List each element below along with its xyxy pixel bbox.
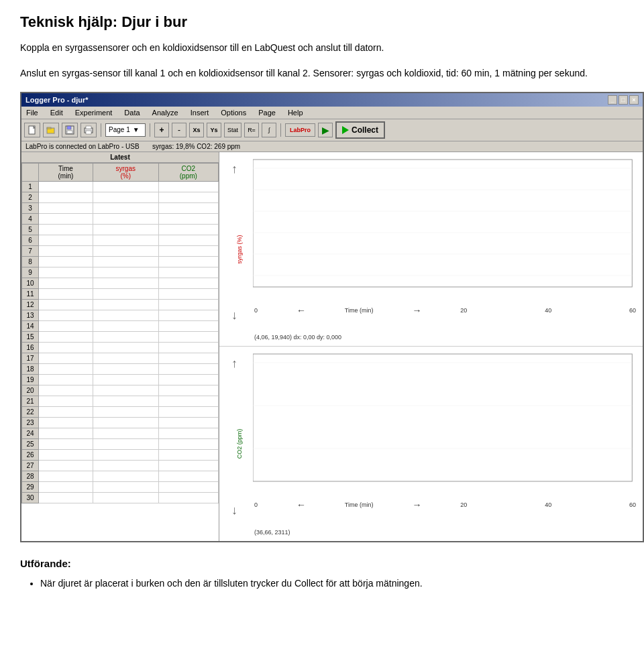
co2-cell bbox=[158, 374, 218, 385]
yscale-button[interactable]: Ys bbox=[207, 123, 221, 137]
menu-insert[interactable]: Insert bbox=[189, 108, 211, 117]
row-number: 19 bbox=[22, 374, 39, 385]
svg-rect-7 bbox=[86, 126, 91, 129]
close-button[interactable]: × bbox=[629, 95, 639, 105]
collect-button[interactable]: Collect bbox=[335, 121, 385, 139]
graph1-x-arrow-left-icon: ← bbox=[297, 305, 306, 316]
open-button[interactable] bbox=[43, 123, 59, 137]
menu-analyze[interactable]: Analyze bbox=[150, 108, 180, 117]
menu-data[interactable]: Data bbox=[122, 108, 142, 117]
co2-cell bbox=[158, 267, 218, 278]
zoom-out-button[interactable]: - bbox=[172, 123, 186, 137]
syrgas-cell bbox=[93, 267, 158, 278]
svg-rect-9 bbox=[253, 160, 632, 287]
table-row: 24 bbox=[22, 428, 219, 438]
row-number: 16 bbox=[22, 342, 39, 353]
sensor-reading: syrgas: 19,8% CO2: 269 ppm bbox=[152, 143, 240, 150]
syrgas-cell bbox=[93, 438, 158, 449]
window-title: Logger Pro - djur* bbox=[25, 96, 89, 104]
co2-cell bbox=[158, 353, 218, 363]
menu-help[interactable]: Help bbox=[286, 108, 305, 117]
table-row: 29 bbox=[22, 481, 219, 492]
table-row: 9 bbox=[22, 267, 219, 278]
graphs-area: syrgas (%) ↑ ↓ 20,0 19,8 19,6 19,4 19,2 … bbox=[219, 152, 643, 541]
time-cell bbox=[39, 192, 93, 202]
co2-cell bbox=[158, 460, 218, 471]
table-row: 5 bbox=[22, 224, 219, 235]
page-dropdown[interactable]: Page 1 ▼ bbox=[105, 123, 146, 137]
syrgas-cell bbox=[93, 471, 158, 481]
svg-rect-8 bbox=[86, 131, 91, 134]
time-cell bbox=[39, 417, 93, 428]
integral-button[interactable]: ∫ bbox=[262, 123, 276, 137]
syrgas-cell bbox=[93, 288, 158, 299]
labpro-icon: LabPro bbox=[290, 127, 311, 133]
co2-cell bbox=[158, 224, 218, 235]
table-row: 10 bbox=[22, 278, 219, 288]
status-bar: LabPro is connected on LabPro - USB syrg… bbox=[21, 141, 643, 152]
zoom-in-button[interactable]: + bbox=[154, 123, 169, 137]
row-number: 18 bbox=[22, 363, 39, 374]
new-icon bbox=[28, 125, 37, 135]
table-row: 21 bbox=[22, 396, 219, 406]
co2-cell bbox=[158, 192, 218, 202]
row-number: 8 bbox=[22, 256, 39, 267]
graph2-x-label: Time (min) bbox=[345, 501, 374, 508]
table-row: 26 bbox=[22, 449, 219, 460]
graph2-x-0: 0 bbox=[254, 501, 258, 508]
table-row: 15 bbox=[22, 331, 219, 342]
save-button[interactable] bbox=[62, 123, 78, 137]
row-number: 7 bbox=[22, 245, 39, 256]
time-cell bbox=[39, 460, 93, 471]
graph2-down-arrow-icon: ↓ bbox=[231, 503, 237, 518]
syrgas-cell bbox=[93, 192, 158, 202]
co2-cell bbox=[158, 492, 218, 503]
syrgas-cell bbox=[93, 353, 158, 363]
co2-cell bbox=[158, 331, 218, 342]
menu-experiment[interactable]: Experiment bbox=[73, 108, 115, 117]
svg-rect-5 bbox=[67, 131, 72, 133]
time-cell bbox=[39, 428, 93, 438]
play-button[interactable]: ▶ bbox=[318, 123, 333, 137]
table-row: 22 bbox=[22, 406, 219, 417]
maximize-button[interactable]: □ bbox=[619, 95, 628, 105]
co2-cell bbox=[158, 278, 218, 288]
menu-page[interactable]: Page bbox=[256, 108, 278, 117]
menu-edit[interactable]: Edit bbox=[48, 108, 65, 117]
time-cell bbox=[39, 278, 93, 288]
stats-button[interactable]: Stat bbox=[224, 123, 241, 137]
graph2-x-20: 20 bbox=[460, 501, 467, 508]
xscale-button[interactable]: Xs bbox=[189, 123, 204, 137]
syrgas-cell bbox=[93, 492, 158, 503]
graph2-up-arrow-icon: ↑ bbox=[231, 357, 237, 371]
minimize-button[interactable]: _ bbox=[608, 95, 617, 105]
syrgas-cell bbox=[93, 363, 158, 374]
graph1-x-60: 60 bbox=[629, 307, 636, 314]
graph2-x-arrow-left-icon: ← bbox=[297, 499, 306, 510]
time-cell bbox=[39, 310, 93, 320]
syrgas-cell bbox=[93, 310, 158, 320]
table-row: 17 bbox=[22, 353, 219, 363]
instruction-section: Utförande: När djuret är placerat i burk… bbox=[20, 556, 624, 591]
menu-options[interactable]: Options bbox=[219, 108, 248, 117]
row-number: 13 bbox=[22, 310, 39, 320]
graph1-x-label: Time (min) bbox=[345, 307, 374, 314]
syrgas-cell bbox=[93, 406, 158, 417]
print-button[interactable] bbox=[80, 123, 97, 137]
row-number: 12 bbox=[22, 299, 39, 310]
graph1-down-arrow-icon: ↓ bbox=[231, 308, 237, 322]
latest-header: Latest bbox=[21, 152, 219, 163]
table-row: 13 bbox=[22, 310, 219, 320]
col-time-unit: (min) bbox=[58, 172, 74, 180]
menu-file[interactable]: File bbox=[24, 108, 40, 117]
graph1-x-axis: 0 ← Time (min) → 20 40 60 bbox=[253, 305, 636, 316]
table-scroll[interactable]: Time(min) syrgas(%) CO2(ppm) 1 2 3 bbox=[21, 163, 219, 512]
graph2-x-axis: 0 ← Time (min) → 20 40 60 bbox=[253, 499, 636, 510]
svg-rect-4 bbox=[67, 126, 71, 129]
labpro-button[interactable]: LabPro bbox=[285, 123, 315, 137]
new-button[interactable] bbox=[24, 123, 40, 137]
data-table-container: Latest Time(min) syrgas(%) CO2(ppm) 1 bbox=[21, 152, 219, 541]
syrgas-cell bbox=[93, 235, 158, 245]
syrgas-cell bbox=[93, 213, 158, 224]
r-button[interactable]: R= bbox=[244, 123, 259, 137]
